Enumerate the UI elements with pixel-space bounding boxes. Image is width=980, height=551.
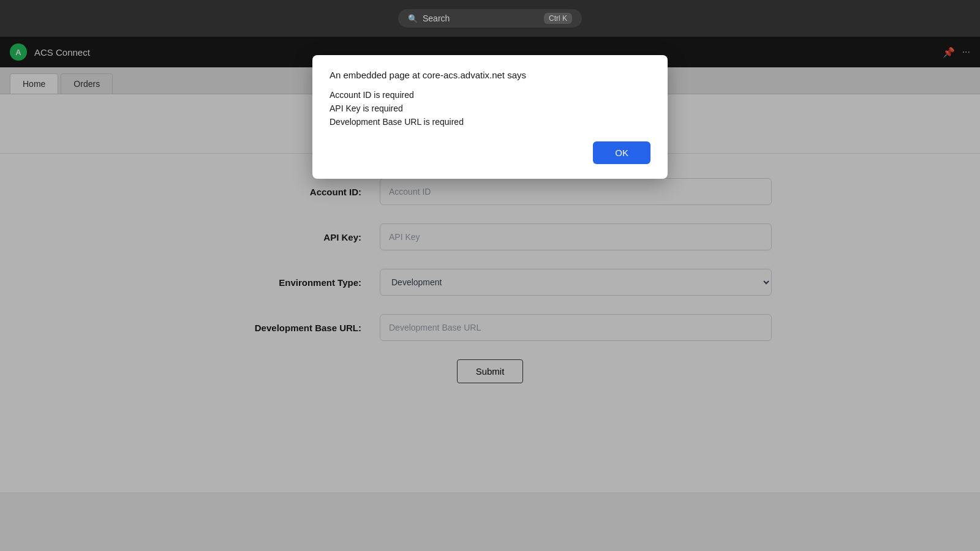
- modal-message-2: API Key is required: [330, 103, 650, 113]
- modal-title: An embedded page at core-acs.advatix.net…: [330, 70, 650, 80]
- search-placeholder: Search: [423, 13, 450, 23]
- search-bar[interactable]: 🔍 Search Ctrl K: [398, 9, 582, 28]
- search-icon: 🔍: [408, 14, 418, 23]
- modal-message-1: Account ID is required: [330, 90, 650, 100]
- modal-dialog: An embedded page at core-acs.advatix.net…: [312, 55, 668, 179]
- browser-chrome: 🔍 Search Ctrl K: [0, 0, 980, 37]
- ok-button[interactable]: OK: [593, 141, 650, 164]
- modal-actions: OK: [330, 141, 650, 164]
- modal-message-3: Development Base URL is required: [330, 117, 650, 127]
- shortcut-badge: Ctrl K: [544, 13, 572, 24]
- modal-overlay: An embedded page at core-acs.advatix.net…: [0, 37, 980, 551]
- modal-messages: Account ID is required API Key is requir…: [330, 90, 650, 127]
- page-background: A ACS Connect 📌 ··· Home Orders Click He…: [0, 37, 980, 551]
